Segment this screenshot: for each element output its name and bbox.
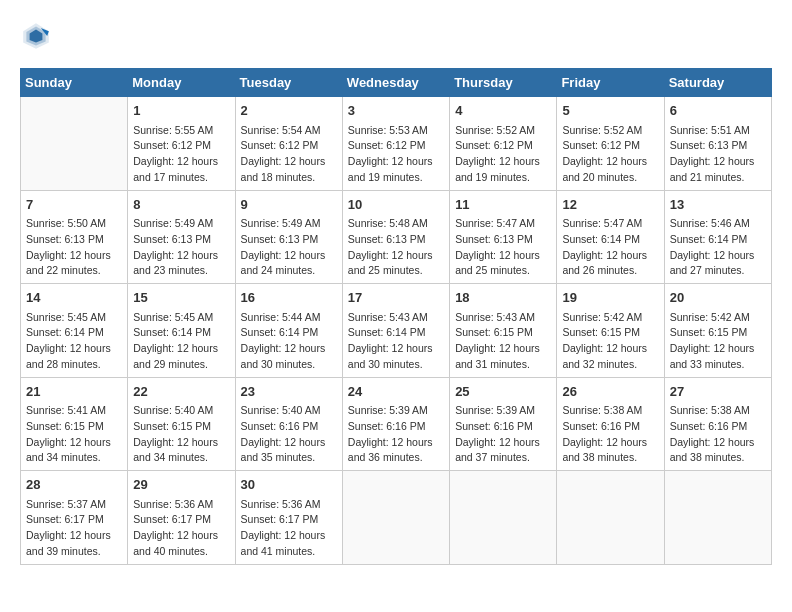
day-info: Sunrise: 5:53 AM Sunset: 6:12 PM Dayligh… <box>348 123 444 186</box>
calendar-cell: 23Sunrise: 5:40 AM Sunset: 6:16 PM Dayli… <box>235 377 342 471</box>
calendar-cell <box>342 471 449 565</box>
day-number: 22 <box>133 382 229 402</box>
calendar-cell: 13Sunrise: 5:46 AM Sunset: 6:14 PM Dayli… <box>664 190 771 284</box>
day-info: Sunrise: 5:52 AM Sunset: 6:12 PM Dayligh… <box>455 123 551 186</box>
day-info: Sunrise: 5:52 AM Sunset: 6:12 PM Dayligh… <box>562 123 658 186</box>
day-info: Sunrise: 5:39 AM Sunset: 6:16 PM Dayligh… <box>455 403 551 466</box>
calendar-cell: 22Sunrise: 5:40 AM Sunset: 6:15 PM Dayli… <box>128 377 235 471</box>
day-info: Sunrise: 5:44 AM Sunset: 6:14 PM Dayligh… <box>241 310 337 373</box>
calendar-cell: 10Sunrise: 5:48 AM Sunset: 6:13 PM Dayli… <box>342 190 449 284</box>
day-number: 25 <box>455 382 551 402</box>
calendar-cell <box>664 471 771 565</box>
day-info: Sunrise: 5:45 AM Sunset: 6:14 PM Dayligh… <box>133 310 229 373</box>
day-number: 23 <box>241 382 337 402</box>
calendar-week-row: 28Sunrise: 5:37 AM Sunset: 6:17 PM Dayli… <box>21 471 772 565</box>
header-friday: Friday <box>557 69 664 97</box>
day-info: Sunrise: 5:42 AM Sunset: 6:15 PM Dayligh… <box>670 310 766 373</box>
header-thursday: Thursday <box>450 69 557 97</box>
day-info: Sunrise: 5:47 AM Sunset: 6:14 PM Dayligh… <box>562 216 658 279</box>
header-tuesday: Tuesday <box>235 69 342 97</box>
day-number: 11 <box>455 195 551 215</box>
day-number: 20 <box>670 288 766 308</box>
calendar-table: SundayMondayTuesdayWednesdayThursdayFrid… <box>20 68 772 565</box>
calendar-cell <box>557 471 664 565</box>
day-info: Sunrise: 5:38 AM Sunset: 6:16 PM Dayligh… <box>562 403 658 466</box>
calendar-cell <box>450 471 557 565</box>
day-number: 10 <box>348 195 444 215</box>
calendar-cell: 16Sunrise: 5:44 AM Sunset: 6:14 PM Dayli… <box>235 284 342 378</box>
calendar-cell: 20Sunrise: 5:42 AM Sunset: 6:15 PM Dayli… <box>664 284 771 378</box>
calendar-cell: 28Sunrise: 5:37 AM Sunset: 6:17 PM Dayli… <box>21 471 128 565</box>
calendar-week-row: 1Sunrise: 5:55 AM Sunset: 6:12 PM Daylig… <box>21 97 772 191</box>
day-info: Sunrise: 5:43 AM Sunset: 6:15 PM Dayligh… <box>455 310 551 373</box>
day-number: 15 <box>133 288 229 308</box>
day-info: Sunrise: 5:39 AM Sunset: 6:16 PM Dayligh… <box>348 403 444 466</box>
day-info: Sunrise: 5:37 AM Sunset: 6:17 PM Dayligh… <box>26 497 122 560</box>
day-info: Sunrise: 5:42 AM Sunset: 6:15 PM Dayligh… <box>562 310 658 373</box>
day-number: 30 <box>241 475 337 495</box>
calendar-cell: 21Sunrise: 5:41 AM Sunset: 6:15 PM Dayli… <box>21 377 128 471</box>
calendar-cell: 15Sunrise: 5:45 AM Sunset: 6:14 PM Dayli… <box>128 284 235 378</box>
day-number: 1 <box>133 101 229 121</box>
header-monday: Monday <box>128 69 235 97</box>
day-number: 6 <box>670 101 766 121</box>
day-number: 26 <box>562 382 658 402</box>
day-info: Sunrise: 5:36 AM Sunset: 6:17 PM Dayligh… <box>133 497 229 560</box>
calendar-cell: 8Sunrise: 5:49 AM Sunset: 6:13 PM Daylig… <box>128 190 235 284</box>
day-number: 21 <box>26 382 122 402</box>
day-number: 16 <box>241 288 337 308</box>
day-number: 29 <box>133 475 229 495</box>
calendar-cell: 4Sunrise: 5:52 AM Sunset: 6:12 PM Daylig… <box>450 97 557 191</box>
calendar-cell: 11Sunrise: 5:47 AM Sunset: 6:13 PM Dayli… <box>450 190 557 284</box>
day-info: Sunrise: 5:49 AM Sunset: 6:13 PM Dayligh… <box>133 216 229 279</box>
calendar-header-row: SundayMondayTuesdayWednesdayThursdayFrid… <box>21 69 772 97</box>
day-info: Sunrise: 5:40 AM Sunset: 6:15 PM Dayligh… <box>133 403 229 466</box>
day-number: 3 <box>348 101 444 121</box>
calendar-cell: 1Sunrise: 5:55 AM Sunset: 6:12 PM Daylig… <box>128 97 235 191</box>
day-number: 18 <box>455 288 551 308</box>
day-number: 4 <box>455 101 551 121</box>
logo <box>20 20 56 52</box>
day-number: 14 <box>26 288 122 308</box>
calendar-cell: 17Sunrise: 5:43 AM Sunset: 6:14 PM Dayli… <box>342 284 449 378</box>
day-number: 13 <box>670 195 766 215</box>
day-number: 2 <box>241 101 337 121</box>
day-info: Sunrise: 5:50 AM Sunset: 6:13 PM Dayligh… <box>26 216 122 279</box>
calendar-cell: 29Sunrise: 5:36 AM Sunset: 6:17 PM Dayli… <box>128 471 235 565</box>
day-number: 28 <box>26 475 122 495</box>
calendar-cell: 6Sunrise: 5:51 AM Sunset: 6:13 PM Daylig… <box>664 97 771 191</box>
day-number: 9 <box>241 195 337 215</box>
day-number: 5 <box>562 101 658 121</box>
day-number: 19 <box>562 288 658 308</box>
header-saturday: Saturday <box>664 69 771 97</box>
day-info: Sunrise: 5:38 AM Sunset: 6:16 PM Dayligh… <box>670 403 766 466</box>
day-info: Sunrise: 5:55 AM Sunset: 6:12 PM Dayligh… <box>133 123 229 186</box>
day-number: 12 <box>562 195 658 215</box>
day-info: Sunrise: 5:41 AM Sunset: 6:15 PM Dayligh… <box>26 403 122 466</box>
day-info: Sunrise: 5:54 AM Sunset: 6:12 PM Dayligh… <box>241 123 337 186</box>
calendar-cell <box>21 97 128 191</box>
day-info: Sunrise: 5:36 AM Sunset: 6:17 PM Dayligh… <box>241 497 337 560</box>
day-info: Sunrise: 5:47 AM Sunset: 6:13 PM Dayligh… <box>455 216 551 279</box>
calendar-cell: 25Sunrise: 5:39 AM Sunset: 6:16 PM Dayli… <box>450 377 557 471</box>
day-info: Sunrise: 5:49 AM Sunset: 6:13 PM Dayligh… <box>241 216 337 279</box>
calendar-cell: 2Sunrise: 5:54 AM Sunset: 6:12 PM Daylig… <box>235 97 342 191</box>
calendar-cell: 26Sunrise: 5:38 AM Sunset: 6:16 PM Dayli… <box>557 377 664 471</box>
day-info: Sunrise: 5:48 AM Sunset: 6:13 PM Dayligh… <box>348 216 444 279</box>
calendar-week-row: 14Sunrise: 5:45 AM Sunset: 6:14 PM Dayli… <box>21 284 772 378</box>
day-info: Sunrise: 5:51 AM Sunset: 6:13 PM Dayligh… <box>670 123 766 186</box>
calendar-cell: 30Sunrise: 5:36 AM Sunset: 6:17 PM Dayli… <box>235 471 342 565</box>
header-wednesday: Wednesday <box>342 69 449 97</box>
day-number: 17 <box>348 288 444 308</box>
calendar-cell: 19Sunrise: 5:42 AM Sunset: 6:15 PM Dayli… <box>557 284 664 378</box>
header-sunday: Sunday <box>21 69 128 97</box>
calendar-cell: 24Sunrise: 5:39 AM Sunset: 6:16 PM Dayli… <box>342 377 449 471</box>
logo-icon <box>20 20 52 52</box>
day-number: 7 <box>26 195 122 215</box>
calendar-cell: 18Sunrise: 5:43 AM Sunset: 6:15 PM Dayli… <box>450 284 557 378</box>
calendar-week-row: 21Sunrise: 5:41 AM Sunset: 6:15 PM Dayli… <box>21 377 772 471</box>
day-info: Sunrise: 5:46 AM Sunset: 6:14 PM Dayligh… <box>670 216 766 279</box>
day-number: 24 <box>348 382 444 402</box>
calendar-cell: 7Sunrise: 5:50 AM Sunset: 6:13 PM Daylig… <box>21 190 128 284</box>
day-info: Sunrise: 5:43 AM Sunset: 6:14 PM Dayligh… <box>348 310 444 373</box>
